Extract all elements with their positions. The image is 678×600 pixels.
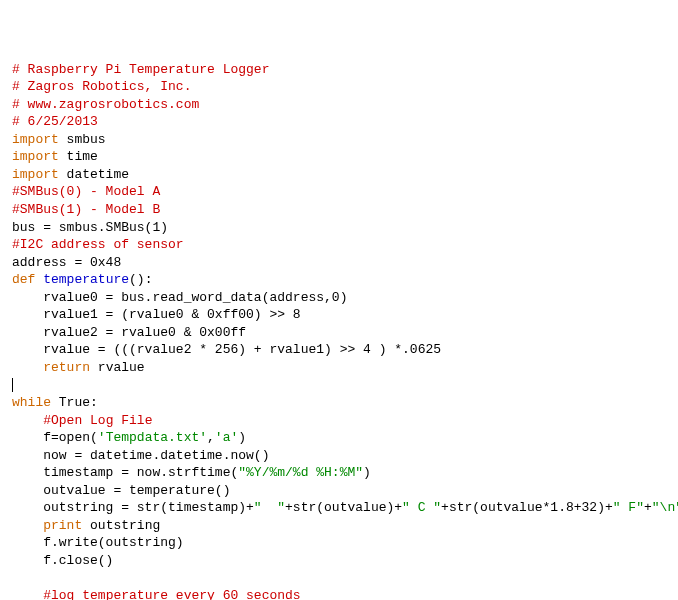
code-token: outvalue = temperature() xyxy=(12,483,230,498)
code-token: f.write(outstring) xyxy=(12,535,184,550)
code-token: True: xyxy=(51,395,98,410)
code-token: +str(outvalue)+ xyxy=(285,500,402,515)
code-token: " F" xyxy=(613,500,644,515)
code-line: #log temperature every 60 seconds xyxy=(12,587,666,600)
text-cursor xyxy=(12,378,13,392)
code-block[interactable]: # Raspberry Pi Temperature Logger# Zagro… xyxy=(12,61,666,600)
code-line: # www.zagrosrobotics.com xyxy=(12,96,666,114)
code-line: bus = smbus.SMBus(1) xyxy=(12,219,666,237)
code-line: #SMBus(0) - Model A xyxy=(12,183,666,201)
code-token: now = datetime.datetime.now() xyxy=(12,448,269,463)
code-line: timestamp = now.strftime("%Y/%m/%d %H:%M… xyxy=(12,464,666,482)
code-token: return xyxy=(43,360,90,375)
code-token: f=open( xyxy=(12,430,98,445)
code-line: # 6/25/2013 xyxy=(12,113,666,131)
code-token: #SMBus(0) - Model A xyxy=(12,184,160,199)
code-token: import xyxy=(12,167,59,182)
code-token: rvalue = (((rvalue2 * 256) + rvalue1) >>… xyxy=(12,342,441,357)
code-token: # www.zagrosrobotics.com xyxy=(12,97,199,112)
code-token xyxy=(12,413,43,428)
code-token: datetime xyxy=(59,167,129,182)
code-token: rvalue2 = rvalue0 & 0x00ff xyxy=(12,325,246,340)
code-token: #log temperature every 60 seconds xyxy=(43,588,300,600)
code-line: #SMBus(1) - Model B xyxy=(12,201,666,219)
code-line: rvalue1 = (rvalue0 & 0xff00) >> 8 xyxy=(12,306,666,324)
code-token: address = 0x48 xyxy=(12,255,121,270)
code-token: " " xyxy=(254,500,285,515)
code-token: # 6/25/2013 xyxy=(12,114,98,129)
code-token: rvalue0 = bus.read_word_data(address,0) xyxy=(12,290,347,305)
code-token: "\n" xyxy=(652,500,678,515)
code-line: # Zagros Robotics, Inc. xyxy=(12,78,666,96)
code-token xyxy=(12,588,43,600)
code-token: outstring = str(timestamp)+ xyxy=(12,500,254,515)
code-line: print outstring xyxy=(12,517,666,535)
code-token: " C " xyxy=(402,500,441,515)
code-token: 'Tempdata.txt' xyxy=(98,430,207,445)
code-token: smbus xyxy=(59,132,106,147)
code-token: , xyxy=(207,430,215,445)
code-line: now = datetime.datetime.now() xyxy=(12,447,666,465)
code-token: #I2C address of sensor xyxy=(12,237,184,252)
code-line: rvalue2 = rvalue0 & 0x00ff xyxy=(12,324,666,342)
code-line: outvalue = temperature() xyxy=(12,482,666,500)
code-line: import smbus xyxy=(12,131,666,149)
code-token: (): xyxy=(129,272,152,287)
code-token: print xyxy=(43,518,82,533)
code-line: rvalue = (((rvalue2 * 256) + rvalue1) >>… xyxy=(12,341,666,359)
code-token: temperature xyxy=(43,272,129,287)
code-line: # Raspberry Pi Temperature Logger xyxy=(12,61,666,79)
code-token: import xyxy=(12,149,59,164)
code-line: #Open Log File xyxy=(12,412,666,430)
code-line: f=open('Tempdata.txt','a') xyxy=(12,429,666,447)
code-token: #Open Log File xyxy=(43,413,152,428)
code-token: bus = smbus.SMBus(1) xyxy=(12,220,168,235)
code-line: f.write(outstring) xyxy=(12,534,666,552)
code-token: rvalue1 = (rvalue0 & 0xff00) >> 8 xyxy=(12,307,301,322)
code-token: "%Y/%m/%d %H:%M" xyxy=(238,465,363,480)
code-token: f.close() xyxy=(12,553,113,568)
code-token xyxy=(12,518,43,533)
code-token: # Zagros Robotics, Inc. xyxy=(12,79,191,94)
code-line: import datetime xyxy=(12,166,666,184)
code-token: + xyxy=(644,500,652,515)
code-token: def xyxy=(12,272,35,287)
code-token: ) xyxy=(238,430,246,445)
code-token: while xyxy=(12,395,51,410)
code-token: outstring xyxy=(82,518,160,533)
code-line: address = 0x48 xyxy=(12,254,666,272)
code-line: #I2C address of sensor xyxy=(12,236,666,254)
code-line: import time xyxy=(12,148,666,166)
code-token xyxy=(12,360,43,375)
code-line xyxy=(12,570,666,588)
code-token: ) xyxy=(363,465,371,480)
code-token: time xyxy=(59,149,98,164)
code-token: rvalue xyxy=(90,360,145,375)
code-line: f.close() xyxy=(12,552,666,570)
code-token: # Raspberry Pi Temperature Logger xyxy=(12,62,269,77)
code-token: import xyxy=(12,132,59,147)
code-line: def temperature(): xyxy=(12,271,666,289)
code-line: rvalue0 = bus.read_word_data(address,0) xyxy=(12,289,666,307)
code-line: while True: xyxy=(12,394,666,412)
code-line: return rvalue xyxy=(12,359,666,377)
code-token: 'a' xyxy=(215,430,238,445)
code-token: +str(outvalue*1.8+32)+ xyxy=(441,500,613,515)
code-line: outstring = str(timestamp)+" "+str(outva… xyxy=(12,499,666,517)
code-line xyxy=(12,376,666,394)
code-token xyxy=(12,571,43,586)
code-token: #SMBus(1) - Model B xyxy=(12,202,160,217)
code-token: timestamp = now.strftime( xyxy=(12,465,238,480)
